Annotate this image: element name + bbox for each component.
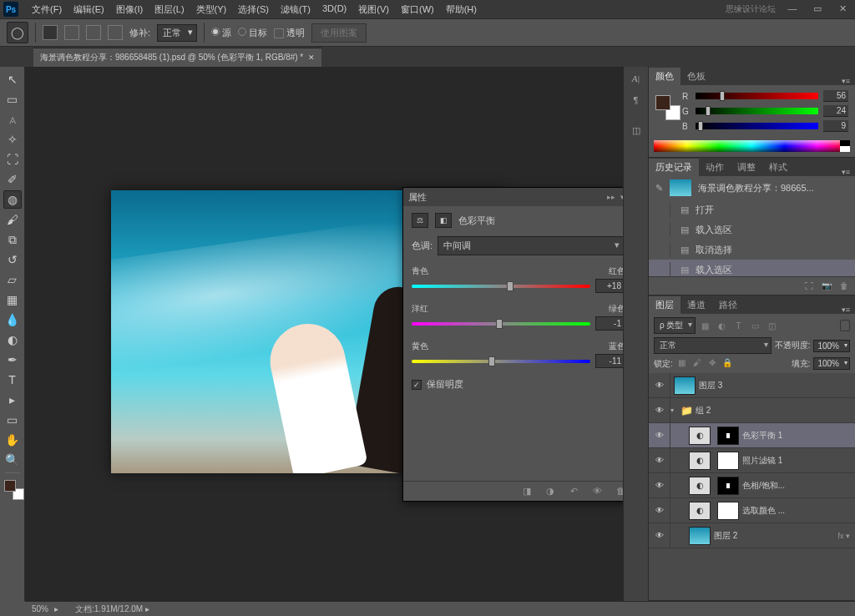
menu-item[interactable]: 窗口(W) [396,2,439,18]
eraser-tool[interactable]: ▱ [3,270,22,289]
filter-type-icon[interactable]: T [732,321,744,331]
dodge-tool[interactable]: ◐ [3,331,22,349]
fill-input[interactable]: 100% [813,357,850,370]
adjustment-thumbnail[interactable]: ◐ [689,477,711,495]
menu-item[interactable]: 文件(F) [27,2,67,18]
transparent-checkbox[interactable]: 透明 [274,27,305,39]
paragraph-panel-icon[interactable]: ¶ [628,92,645,109]
blur-tool[interactable]: 💧 [3,311,22,329]
visibility-toggle[interactable]: 👁 [649,473,670,497]
color-preview[interactable] [655,95,675,115]
opacity-input[interactable]: 100% [813,340,850,352]
document-tab[interactable]: 海景调色教程分享：986658485 (1).psd @ 50% (色彩平衡 1… [33,48,321,67]
selection-subtract-icon[interactable] [86,25,101,40]
layer-name[interactable]: 照片滤镜 1 [742,455,855,467]
shape-tool[interactable]: ▭ [3,411,22,429]
zoom-level[interactable]: 50% [32,604,58,613]
foreground-color[interactable] [4,480,16,492]
lock-transparency-icon[interactable]: ▦ [676,358,688,370]
color-balance-slider[interactable] [412,360,590,363]
menu-item[interactable]: 类型(Y) [191,2,232,18]
layer-row[interactable]: 👁◐色彩平衡 1 [649,423,855,448]
slider-value[interactable]: -11 [595,354,625,368]
history-brush-tool[interactable]: ↺ [3,250,22,269]
rgb-value[interactable]: 24 [823,105,848,117]
previous-icon[interactable]: ◑ [544,486,557,497]
filter-pixel-icon[interactable]: ▦ [699,321,711,331]
snapshot-document-icon[interactable]: ⛶ [805,281,813,290]
path-select-tool[interactable]: ▸ [3,391,22,409]
visibility-icon[interactable]: 👁 [590,486,604,497]
tab-color[interactable]: 颜色 [649,68,680,85]
mask-thumbnail[interactable] [717,502,739,520]
visibility-toggle[interactable]: 👁 [649,373,670,397]
selection-add-icon[interactable] [64,25,79,40]
menu-item[interactable]: 图像(I) [111,2,148,18]
adjustment-thumbnail[interactable]: ◐ [689,502,711,520]
move-tool[interactable]: ↖ [3,70,22,88]
layer-row[interactable]: 👁◐照片滤镜 1 [649,448,855,473]
filter-adjust-icon[interactable]: ◐ [716,321,727,331]
tab-history[interactable]: 历史记录 [649,159,699,176]
hand-tool[interactable]: ✋ [3,431,22,449]
rgb-slider[interactable] [696,123,818,129]
visibility-toggle[interactable]: 👁 [649,423,670,447]
history-item[interactable]: ▤打开 [649,199,855,220]
layer-row[interactable]: 👁◐选取颜色 ... [649,498,855,523]
layer-filter-select[interactable]: ρ 类型 [654,317,696,334]
minimize-button[interactable]: — [780,0,805,17]
collapse-icon[interactable]: ▸▸ [607,193,615,201]
clip-icon[interactable]: ◨ [520,486,534,497]
rgb-value[interactable]: 56 [823,90,848,102]
healing-brush-tool[interactable]: ◍ [3,190,22,209]
gradient-tool[interactable]: ▦ [3,290,22,309]
history-item[interactable]: ▤载入选区 [649,220,855,240]
foreground-background-swatch[interactable] [4,480,21,497]
crop-tool[interactable]: ⛶ [3,150,22,169]
close-tab-icon[interactable]: ✕ [308,53,315,62]
lasso-tool[interactable]: ⟑ [3,110,22,129]
tab-styles[interactable]: 样式 [762,159,794,176]
menu-item[interactable]: 视图(V) [353,2,394,18]
eyedropper-tool[interactable]: ✐ [3,170,22,189]
target-radio[interactable]: 目标 [238,27,267,39]
close-button[interactable]: ✕ [830,0,855,17]
patch-mode-select[interactable]: 正常 [157,24,197,42]
mask-icon[interactable]: ◧ [435,213,452,228]
character-panel-icon[interactable]: A| [628,70,645,87]
menu-item[interactable]: 3D(D) [317,2,352,18]
mask-thumbnail[interactable] [717,477,739,495]
mask-thumbnail[interactable] [717,427,739,445]
layer-thumbnail[interactable] [689,527,711,545]
history-item[interactable]: ▤取消选择 [649,240,855,260]
lock-all-icon[interactable]: 🔒 [721,358,733,370]
color-balance-slider[interactable] [412,322,590,326]
rgb-value[interactable]: 9 [823,120,848,132]
reset-icon[interactable]: ↶ [567,486,580,497]
marquee-tool[interactable]: ▭ [3,90,22,109]
filter-shape-icon[interactable]: ▭ [749,321,761,331]
trash-icon[interactable]: 🗑 [840,281,848,290]
lock-pixels-icon[interactable]: 🖌 [691,358,703,370]
visibility-toggle[interactable]: 👁 [649,448,670,472]
menu-item[interactable]: 图层(L) [149,2,189,18]
filter-smart-icon[interactable]: ◫ [766,321,777,331]
history-snapshot[interactable]: ✎ 海景调色教程分享：98665... [649,176,855,199]
camera-icon[interactable]: 📷 [822,281,832,290]
layer-effects[interactable]: fx ▾ [837,532,855,540]
panel-menu-icon[interactable]: ▾≡ [837,77,855,85]
selection-new-icon[interactable] [43,25,58,40]
tool-preset[interactable]: ◯ [7,22,28,43]
canvas-area[interactable]: 属性 ▸▸▾≡ ⚖ ◧ 色彩平衡 色调: 中间调 青色 红色 [25,67,648,601]
clone-stamp-tool[interactable]: ⧉ [3,230,22,249]
layer-name[interactable]: 组 2 [696,405,855,417]
layer-name[interactable]: 选取颜色 ... [742,505,855,517]
visibility-toggle[interactable]: 👁 [649,523,670,548]
tab-adjustments[interactable]: 调整 [731,159,762,176]
tab-channels[interactable]: 通道 [680,296,712,314]
color-ramp[interactable] [654,140,850,152]
rgb-slider[interactable] [696,108,818,114]
adjustment-thumbnail[interactable]: ◐ [689,452,711,470]
history-item[interactable]: ▤载入选区 [649,260,855,276]
layer-name[interactable]: 色彩平衡 1 [742,430,855,442]
